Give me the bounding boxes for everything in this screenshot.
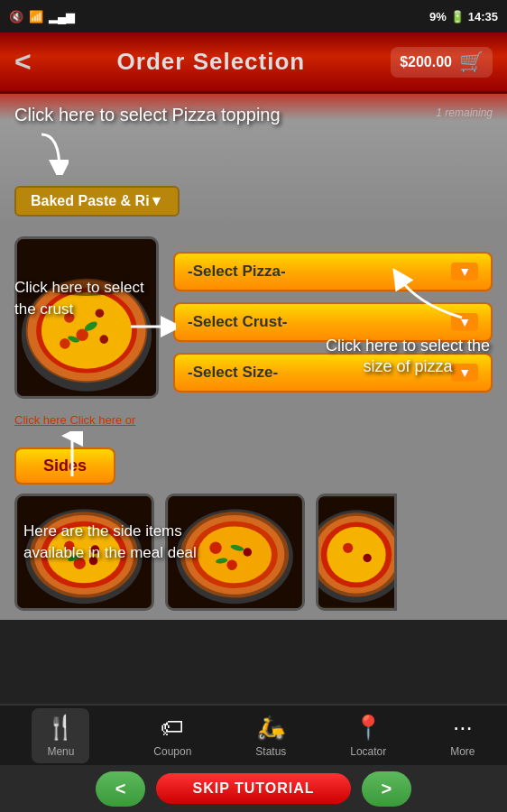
locator-icon: 📍: [354, 714, 383, 742]
cart-icon: 🛒: [459, 51, 484, 74]
tutorial-top-area: Click here to select Pizza topping 1 rem…: [0, 94, 507, 227]
size-arrow-svg: [390, 268, 498, 322]
status-right: 9% 🔋 14:35: [429, 10, 498, 23]
svg-point-9: [99, 335, 108, 344]
side-item-3[interactable]: [316, 494, 397, 611]
back-button[interactable]: <: [14, 45, 32, 78]
arrow-down-icon: [14, 130, 69, 175]
svg-point-43: [327, 527, 385, 583]
size-tutorial-area: Click here to select the size of pizza: [318, 336, 498, 378]
tutorial-top-text: Click here to select Pizza topping: [14, 103, 493, 126]
crust-select-label: -Select Crust-: [188, 313, 288, 331]
status-icons: 🔇 📶 ▂▄▆: [9, 10, 75, 23]
header: < Order Selection $200.00 🛒: [0, 32, 507, 94]
time-text: 14:35: [468, 10, 498, 23]
signal-icon: ▂▄▆: [49, 10, 75, 23]
main-content: Click here to select Pizza topping 1 rem…: [0, 94, 507, 620]
category-button[interactable]: Baked Paste & Ri▼: [14, 186, 180, 217]
sides-tutorial-text-area: Here are the side items available in the…: [23, 521, 231, 564]
remaining-text: 1 remaining: [436, 106, 493, 119]
status-bar: 🔇 📶 ▂▄▆ 9% 🔋 14:35: [0, 0, 507, 32]
arrow-down-area: [14, 130, 493, 175]
sides-arrow-icon: [59, 431, 86, 484]
crust-arrow-svg: [131, 313, 176, 340]
pizza-section: Click here to select the crust -Select P…: [0, 227, 507, 408]
cart-button[interactable]: $200.00 🛒: [391, 47, 493, 78]
svg-point-45: [363, 554, 371, 562]
sides-items-area: Here are the side items available in the…: [14, 494, 493, 620]
nav-coupon[interactable]: 🏷 Coupon: [153, 714, 191, 758]
skip-tutorial-button[interactable]: SKIP TUTORIAL: [156, 773, 350, 804]
side-item-3-image: [318, 496, 394, 608]
svg-point-44: [343, 543, 353, 553]
size-tutorial-text: Click here to select the size of pizza: [318, 336, 498, 378]
more-label: More: [450, 745, 475, 758]
menu-icon: 🍴: [46, 714, 75, 742]
locator-label: Locator: [350, 745, 386, 758]
status-label: Status: [255, 745, 286, 758]
click-here-link[interactable]: Click here Click here or: [14, 413, 135, 427]
svg-point-10: [60, 338, 70, 349]
pizza-select-label: -Select Pizza-: [188, 263, 286, 281]
nav-more[interactable]: ··· More: [450, 714, 475, 758]
sides-tutorial-text: Here are the side items available in the…: [23, 521, 231, 564]
crust-tutorial-area: Click here to select the crust: [14, 277, 145, 320]
menu-label: Menu: [47, 745, 74, 758]
nav-locator[interactable]: 📍 Locator: [350, 714, 386, 758]
page-title: Order Selection: [117, 48, 306, 76]
wifi-icon: 🔇: [9, 10, 23, 23]
nav-status[interactable]: 🛵 Status: [255, 714, 286, 758]
click-here-area: Click here Click here or: [0, 408, 507, 431]
cart-price: $200.00: [400, 54, 452, 70]
sides-arrow-svg: [59, 431, 86, 481]
more-icon: ···: [453, 714, 473, 742]
crust-tutorial-text: Click here to select the crust: [14, 277, 145, 320]
bottom-nav: 🍴 Menu 🏷 Coupon 🛵 Status 📍 Locator ··· M…: [0, 704, 507, 765]
battery-text: 9%: [429, 10, 447, 23]
prev-button[interactable]: <: [96, 771, 146, 807]
next-button[interactable]: >: [362, 771, 412, 807]
skip-tutorial-bar: < SKIP TUTORIAL >: [0, 765, 507, 812]
nav-menu[interactable]: 🍴 Menu: [32, 708, 89, 763]
size-select-label: -Select Size-: [188, 364, 278, 382]
sides-section: Sides: [0, 431, 507, 620]
svg-point-34: [244, 548, 253, 557]
battery-icon: 🔋: [450, 10, 465, 23]
arrow-right-icon: [131, 313, 176, 344]
bluetooth-icon: 📶: [29, 10, 43, 23]
coupon-icon: 🏷: [161, 714, 184, 742]
status-icon: 🛵: [256, 714, 285, 742]
coupon-label: Coupon: [153, 745, 191, 758]
